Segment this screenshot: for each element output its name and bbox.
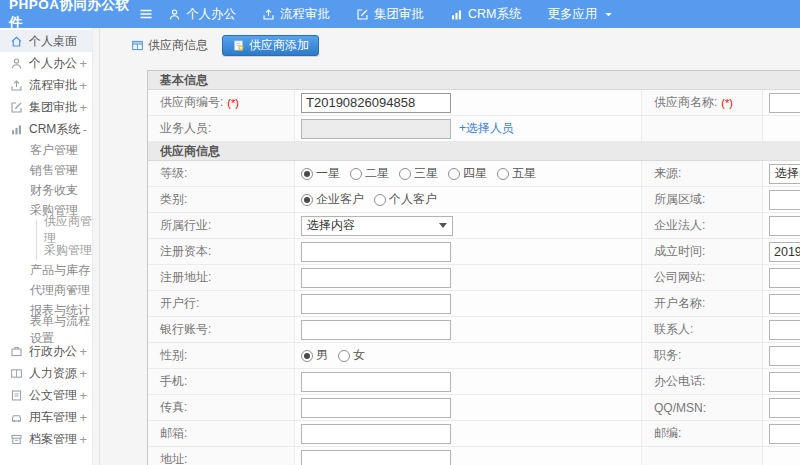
form-row: 性别:男女职务:: [148, 343, 800, 369]
staff-input[interactable]: [301, 119, 451, 139]
level-option[interactable]: 三星: [399, 165, 438, 182]
gender-option[interactable]: 女: [338, 347, 365, 364]
nav-more-apps[interactable]: 更多应用: [547, 6, 615, 23]
hamburger-icon[interactable]: [138, 6, 154, 22]
radio-button-icon[interactable]: [374, 194, 386, 206]
expand-toggle-icon[interactable]: +: [67, 284, 75, 297]
qq-msn-input[interactable]: [769, 398, 800, 418]
sidebar-item-crm-system[interactable]: CRM系统-: [0, 118, 99, 140]
level-option[interactable]: 四星: [448, 165, 487, 182]
fax-input[interactable]: [301, 398, 451, 418]
mobile-input[interactable]: [301, 372, 451, 392]
email-input[interactable]: [301, 424, 451, 444]
sidebar-item-finance-income-expense[interactable]: 财务收支+: [0, 180, 99, 200]
field-cell: [763, 395, 800, 420]
idcard-icon: [10, 367, 23, 380]
sidebar-item-customer-mgmt[interactable]: 客户管理+: [0, 140, 99, 160]
field-cell: [295, 369, 642, 394]
expand-toggle-icon[interactable]: +: [79, 411, 87, 424]
sidebar-item-human-resources[interactable]: 人力资源+: [0, 362, 99, 384]
level-option[interactable]: 二星: [350, 165, 389, 182]
expand-toggle-icon[interactable]: +: [79, 101, 87, 114]
office-phone-input[interactable]: [769, 372, 800, 392]
category-option[interactable]: 个人客户: [374, 191, 437, 208]
sidebar-item-sales-mgmt[interactable]: 销售管理+: [0, 160, 99, 180]
sidebar-item-purchase-mgmt-sub[interactable]: 采购管理: [0, 240, 99, 260]
expand-toggle-icon[interactable]: +: [67, 144, 75, 157]
sidebar-item-form-workflow-settings[interactable]: 表单与流程设置+: [0, 320, 99, 340]
nav-crm-system[interactable]: CRM系统: [450, 6, 521, 23]
industry-select[interactable]: 选择内容: [301, 216, 453, 236]
sidebar-item-workflow-approval[interactable]: 流程审批+: [0, 74, 99, 96]
sidebar-item-archive-mgmt[interactable]: 档案管理+: [0, 428, 99, 450]
field-label: [642, 447, 763, 465]
radio-button-icon[interactable]: [399, 168, 411, 180]
company-website-input[interactable]: [769, 268, 800, 288]
field-label-text: 所属区域:: [654, 191, 705, 208]
required-marker: (*): [721, 97, 733, 109]
supplier-code-input[interactable]: [301, 93, 451, 113]
expand-toggle-icon[interactable]: +: [79, 345, 87, 358]
sidebar-item-personal-office[interactable]: 个人办公+: [0, 52, 99, 74]
legal-person-input[interactable]: [769, 216, 800, 236]
radio-button-icon[interactable]: [448, 168, 460, 180]
field-cell: [295, 395, 642, 420]
field-label-text: 业务人员:: [160, 120, 211, 137]
tab-supplier-info[interactable]: 供应商信息: [131, 35, 208, 56]
account-name-input[interactable]: [769, 294, 800, 314]
gender-option[interactable]: 男: [301, 347, 328, 364]
nav-workflow-approval[interactable]: 流程审批: [262, 6, 330, 23]
sidebar-item-supplier-mgmt[interactable]: 供应商管理: [0, 220, 99, 240]
sidebar-item-admin-office[interactable]: 行政办公+: [0, 340, 99, 362]
expand-toggle-icon[interactable]: +: [91, 324, 99, 337]
expand-toggle-icon[interactable]: -: [83, 123, 87, 136]
gender-radio-group: 男女: [301, 347, 375, 364]
supplier-add-form: 基本信息供应商编号:(*)供应商名称:(*)业务人员:+选择人员供应商信息等级:…: [147, 70, 800, 465]
tab-supplier-add[interactable]: 供应商添加: [222, 35, 319, 56]
sidebar-item-label: 用车管理: [29, 409, 77, 426]
contact-person-input[interactable]: [769, 320, 800, 340]
radio-button-icon[interactable]: [301, 194, 313, 206]
nav-group-approval[interactable]: 集团审批: [356, 6, 424, 23]
expand-toggle-icon[interactable]: +: [79, 79, 87, 92]
field-label-text: 联系人:: [654, 321, 693, 338]
expand-toggle-icon[interactable]: +: [67, 264, 75, 277]
expand-toggle-icon[interactable]: +: [67, 184, 75, 197]
sidebar-item-document-mgmt[interactable]: 公文管理+: [0, 384, 99, 406]
bank-name-input[interactable]: [301, 294, 451, 314]
expand-toggle-icon[interactable]: +: [79, 433, 87, 446]
radio-button-icon[interactable]: [301, 350, 313, 362]
select-staff-link[interactable]: +选择人员: [459, 120, 514, 137]
region-input[interactable]: [769, 190, 800, 210]
sidebar-item-agent-mgmt[interactable]: 代理商管理+: [0, 280, 99, 300]
nav-personal-office[interactable]: 个人办公: [168, 6, 236, 23]
registered-capital-input[interactable]: [301, 242, 451, 262]
registered-address-input[interactable]: [301, 268, 451, 288]
radio-button-icon[interactable]: [301, 168, 313, 180]
expand-toggle-icon[interactable]: +: [67, 164, 75, 177]
expand-toggle-icon[interactable]: +: [79, 367, 87, 380]
radio-label: 女: [353, 347, 365, 364]
supplier-name-input[interactable]: [769, 93, 800, 113]
caret-down-icon: [439, 223, 447, 228]
sidebar-item-product-inventory[interactable]: 产品与库存+: [0, 260, 99, 280]
sidebar-item-personal-desktop[interactable]: 个人桌面: [0, 30, 99, 52]
job-title-input[interactable]: [769, 346, 800, 366]
expand-toggle-icon[interactable]: +: [79, 57, 87, 70]
radio-button-icon[interactable]: [350, 168, 362, 180]
address-input[interactable]: [301, 450, 451, 465]
sidebar-item-group-approval[interactable]: 集团审批+: [0, 96, 99, 118]
bank-account-number-input[interactable]: [301, 320, 451, 340]
radio-button-icon[interactable]: [497, 168, 509, 180]
radio-button-icon[interactable]: [338, 350, 350, 362]
zip-code-input[interactable]: [769, 424, 800, 444]
level-option[interactable]: 五星: [497, 165, 536, 182]
field-label: 地址:: [148, 447, 295, 465]
sidebar-item-vehicle-mgmt[interactable]: 用车管理+: [0, 406, 99, 428]
category-option[interactable]: 企业客户: [301, 191, 364, 208]
expand-toggle-icon[interactable]: +: [79, 389, 87, 402]
source-select[interactable]: 选择内容: [769, 164, 800, 184]
form-section: 供应商信息等级:一星二星三星四星五星来源:选择内容类别:企业客户个人客户所属区域…: [148, 142, 800, 465]
established-date-input[interactable]: [769, 242, 800, 262]
level-option[interactable]: 一星: [301, 165, 340, 182]
